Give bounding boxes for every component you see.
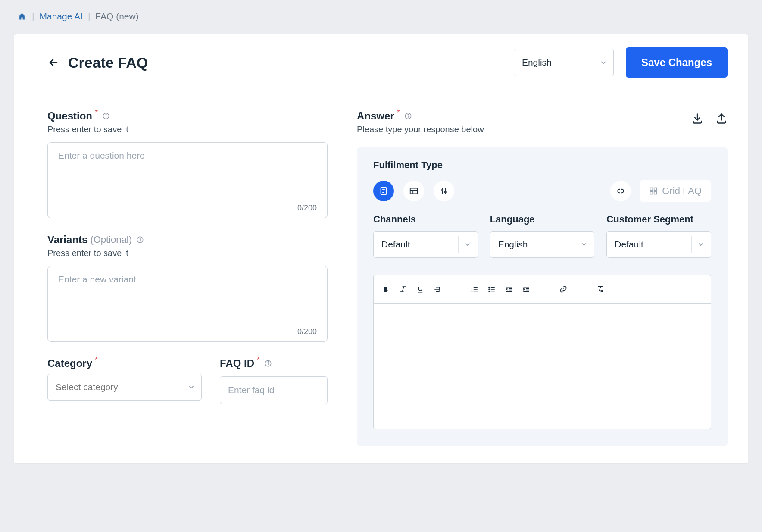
save-button[interactable]: Save Changes [626,47,728,78]
breadcrumb-sep: | [32,11,34,22]
required-asterisk: * [397,108,400,117]
channels-select[interactable] [373,231,478,258]
variants-counter: 0/200 [48,327,327,341]
svg-point-21 [442,189,443,191]
required-asterisk: * [95,356,98,365]
required-asterisk: * [257,356,260,365]
variants-input[interactable] [48,266,327,327]
svg-point-12 [408,114,409,115]
faqid-input[interactable] [220,376,328,404]
breadcrumb-manage[interactable]: Manage AI [39,11,82,22]
rich-text-editor: 123 [373,275,711,429]
svg-point-23 [445,191,446,193]
required-asterisk: * [95,108,98,117]
page-title: Create FAQ [68,54,148,71]
bullet-list-icon[interactable] [483,282,500,297]
answer-language-label: Language [490,214,595,225]
question-counter: 0/200 [48,203,327,218]
chevron-down-icon [597,59,613,66]
answer-language-select-value[interactable] [490,239,575,250]
fulfilment-table-icon[interactable] [403,181,424,201]
language-select-value[interactable] [514,57,594,68]
fulfilment-label: Fulfilment Type [373,160,711,171]
segment-select[interactable] [606,231,711,258]
back-arrow-icon[interactable] [47,57,59,68]
indent-icon[interactable] [518,282,535,297]
fulfilment-text-icon[interactable] [373,181,394,201]
editor-toolbar: 123 [374,275,711,304]
language-select[interactable] [514,49,614,76]
clear-format-icon[interactable] [592,282,609,297]
svg-point-43 [489,289,490,290]
page-header: Create FAQ Save Changes [14,34,748,90]
svg-point-42 [489,287,490,288]
chevron-down-icon [185,383,201,391]
answer-panel: Fulfilment Type [357,147,728,446]
chevron-down-icon [694,241,711,248]
grid-faq-button[interactable]: Grid FAQ [640,180,711,202]
channels-select-value[interactable] [374,239,458,250]
segment-label: Customer Segment [606,214,711,225]
breadcrumb: | Manage AI | FAQ (new) [0,0,762,34]
ordered-list-icon[interactable]: 123 [466,282,483,297]
channels-label: Channels [373,214,478,225]
question-label: Question [47,110,92,122]
variants-optional: (Optional) [90,234,132,245]
answer-sublabel: Please type your response below [357,125,484,135]
question-sublabel: Press enter to save it [47,125,328,135]
category-select[interactable] [47,374,202,401]
category-label: Category [47,357,92,369]
download-icon[interactable] [691,113,703,125]
question-input-wrap: 0/200 [47,142,328,218]
bold-icon[interactable] [377,282,394,297]
info-icon[interactable] [136,236,144,244]
svg-rect-27 [654,192,657,194]
home-icon[interactable] [17,12,27,21]
breadcrumb-sep: | [88,11,90,22]
answer-label: Answer [357,110,394,122]
grid-faq-label: Grid FAQ [662,185,702,197]
italic-icon[interactable] [394,282,412,297]
segment-select-value[interactable] [607,239,691,250]
upload-icon[interactable] [715,113,728,125]
svg-line-30 [402,287,404,292]
fulfilment-settings-icon[interactable] [434,181,454,201]
variants-input-wrap: 0/200 [47,266,328,342]
chevron-down-icon [461,241,478,248]
variants-sublabel: Press enter to save it [47,248,328,258]
svg-rect-17 [410,188,418,194]
info-icon[interactable] [404,112,412,120]
svg-rect-25 [654,188,657,191]
svg-rect-24 [650,188,653,191]
category-select-value[interactable] [48,382,182,392]
variants-label: Variants [47,234,87,246]
outdent-icon[interactable] [500,282,518,297]
question-input[interactable] [48,143,327,203]
main-card: Create FAQ Save Changes Question * Pres [14,34,748,463]
info-icon[interactable] [264,360,272,367]
svg-point-9 [268,362,269,363]
chevron-down-icon [578,241,594,248]
strikethrough-icon[interactable] [429,282,446,297]
faqid-label: FAQ ID [220,357,254,369]
answer-language-select[interactable] [490,231,595,258]
svg-point-44 [489,291,490,291]
info-icon[interactable] [102,112,110,120]
link-tool-icon[interactable] [555,282,572,297]
svg-text:3: 3 [472,290,473,292]
svg-line-54 [600,286,601,291]
svg-rect-26 [650,192,653,194]
svg-point-6 [140,238,141,239]
breadcrumb-current: FAQ (new) [95,11,138,22]
underline-icon[interactable] [412,282,429,297]
editor-body[interactable] [374,304,711,429]
link-icon[interactable] [610,181,631,201]
svg-point-3 [106,114,106,115]
